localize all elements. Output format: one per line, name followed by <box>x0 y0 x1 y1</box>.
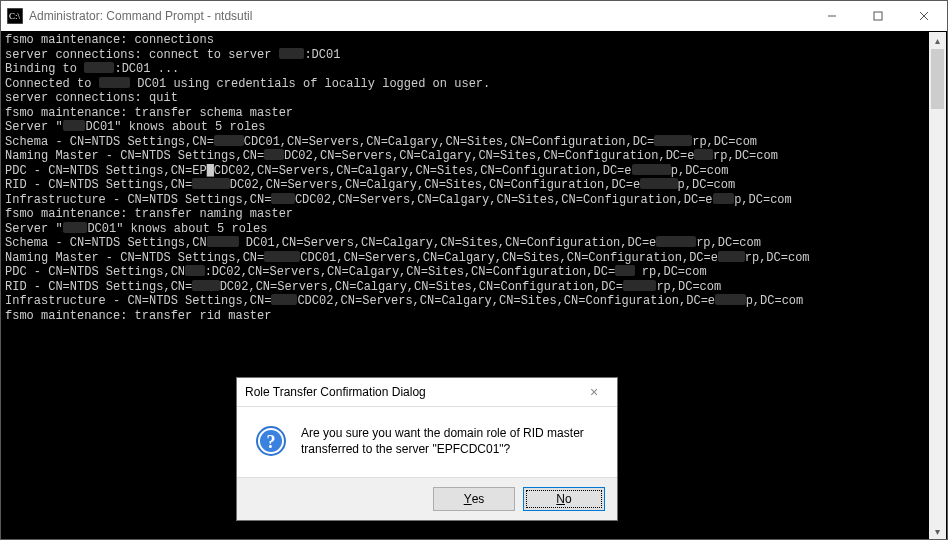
dialog-titlebar[interactable]: Role Transfer Confirmation Dialog × <box>237 378 617 407</box>
dialog-close-button[interactable]: × <box>579 384 609 400</box>
question-icon: ? <box>255 425 287 457</box>
dialog-button-row: Yes No <box>237 477 617 520</box>
scroll-up-button[interactable]: ▴ <box>929 32 946 49</box>
window-title: Administrator: Command Prompt - ntdsutil <box>29 9 809 23</box>
scroll-thumb[interactable] <box>931 49 944 109</box>
scroll-down-button[interactable]: ▾ <box>929 523 946 540</box>
dialog-title: Role Transfer Confirmation Dialog <box>245 385 426 399</box>
minimize-button[interactable] <box>809 1 855 31</box>
confirmation-dialog: Role Transfer Confirmation Dialog × ? Ar… <box>236 377 618 521</box>
maximize-button[interactable] <box>855 1 901 31</box>
dialog-body: ? Are you sure you want the domain role … <box>237 407 617 477</box>
command-prompt-window: C:\ Administrator: Command Prompt - ntds… <box>0 0 948 540</box>
dialog-message: Are you sure you want the domain role of… <box>301 425 584 457</box>
vertical-scrollbar[interactable]: ▴ ▾ <box>929 32 946 540</box>
svg-rect-3 <box>874 12 882 20</box>
svg-text:?: ? <box>267 432 276 452</box>
no-button[interactable]: No <box>523 487 605 511</box>
dialog-msg-line2: transferred to the server "EPFCDC01"? <box>301 442 510 456</box>
yes-button[interactable]: Yes <box>433 487 515 511</box>
dialog-msg-line1: Are you sure you want the domain role of… <box>301 426 584 440</box>
close-button[interactable] <box>901 1 947 31</box>
svg-text:C:\: C:\ <box>9 11 21 21</box>
cmd-icon: C:\ <box>7 8 23 24</box>
titlebar[interactable]: C:\ Administrator: Command Prompt - ntds… <box>1 1 947 32</box>
